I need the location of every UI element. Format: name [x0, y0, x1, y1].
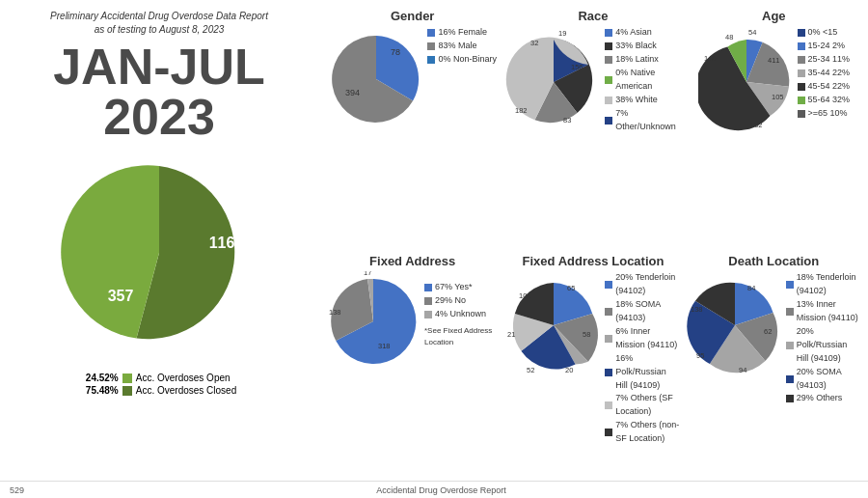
svg-text:19: 19 [558, 29, 566, 38]
fixed-address-chart: Fixed Address 318 138 [323, 250, 502, 493]
svg-text:17: 17 [364, 271, 371, 277]
age-title: Age [762, 9, 786, 23]
closed-pct: 75.48% [82, 385, 119, 396]
svg-text:94: 94 [739, 366, 746, 374]
open-pct: 24.52% [82, 373, 119, 383]
svg-text:20: 20 [565, 366, 573, 374]
gender-title: Gender [391, 9, 435, 23]
svg-text:62: 62 [764, 327, 772, 336]
svg-text:149: 149 [704, 54, 717, 63]
footer-left: 529 [10, 485, 24, 495]
svg-text:48: 48 [725, 33, 733, 42]
svg-text:84: 84 [747, 284, 755, 292]
svg-text:83: 83 [563, 116, 571, 124]
fixed-address-title: Fixed Address [369, 254, 455, 268]
date-display: JAN-JUL 2023 [53, 42, 265, 142]
svg-text:58: 58 [583, 330, 590, 339]
svg-text:65: 65 [567, 284, 575, 292]
svg-text:357: 357 [108, 288, 134, 304]
gender-chart: Gender 78 394 16% [323, 5, 502, 248]
svg-text:138: 138 [691, 305, 703, 314]
footer-center: Accidental Drug Overdose Report [24, 485, 858, 495]
svg-text:138: 138 [329, 308, 341, 317]
race-chart: Race [503, 5, 682, 248]
svg-text:102: 102 [750, 121, 763, 129]
death-location-chart: Death Location 84 62 94 95 [685, 250, 863, 493]
svg-text:156: 156 [571, 63, 583, 71]
svg-text:78: 78 [391, 47, 400, 57]
svg-text:411: 411 [768, 56, 780, 65]
svg-text:54: 54 [748, 28, 756, 37]
fixed-address-location-title: Fixed Address Location [523, 254, 665, 268]
svg-text:105: 105 [772, 93, 784, 101]
footer: 529 Accidental Drug Overdose Report [0, 481, 868, 498]
svg-text:116: 116 [209, 235, 235, 251]
svg-text:182: 182 [515, 106, 528, 115]
svg-text:318: 318 [378, 342, 391, 350]
svg-text:95: 95 [696, 351, 704, 360]
main-pie-chart: 116 357 [34, 152, 285, 364]
report-title: Preliminary Accidental Drug Overdose Dat… [50, 10, 268, 37]
fixed-address-location-chart: Fixed Address Location 65 [503, 250, 682, 493]
fixed-address-footnote: *See Fixed Address Location [424, 325, 500, 349]
main-legend: 24.52% Acc. Overdoses Open 75.48% Acc. O… [82, 373, 237, 396]
svg-text:52: 52 [527, 366, 534, 374]
svg-text:394: 394 [345, 88, 360, 97]
svg-text:21: 21 [507, 330, 515, 339]
svg-text:102: 102 [519, 291, 531, 300]
svg-text:32: 32 [530, 39, 538, 47]
age-chart: Age [685, 5, 863, 248]
race-title: Race [578, 9, 608, 23]
death-location-title: Death Location [728, 254, 819, 268]
